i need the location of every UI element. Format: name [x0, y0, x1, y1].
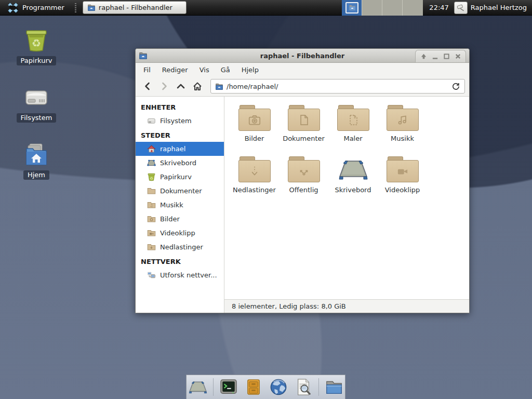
desktop-icon-label: Filsystem [17, 113, 57, 123]
top-panel: Programmer raphael - Filbehandler [0, 0, 532, 16]
sidebar-item-label: Dokumenter [160, 187, 202, 195]
user-name-label[interactable]: Raphael Hertzog [471, 4, 532, 11]
sidebar-item-label: Skrivebord [160, 159, 196, 167]
file-manager-launcher[interactable] [324, 377, 344, 397]
chevron-left-icon [143, 82, 152, 91]
file-manager-window: raphael - Filbehandler Fil Rediger Vis [135, 48, 470, 313]
file-offentlig[interactable]: Offentlig [279, 156, 328, 208]
file-musikk[interactable]: Musikk [378, 105, 427, 156]
menu-fil[interactable]: Fil [138, 64, 156, 76]
sidebar-item-label: raphael [160, 145, 185, 153]
web-browser-launcher[interactable] [269, 377, 288, 397]
file-dokumenter[interactable]: Dokumenter [279, 105, 328, 156]
home-folder-icon [23, 141, 49, 167]
show-desktop-button[interactable] [188, 377, 208, 397]
file-label: Skrivebord [335, 186, 371, 194]
terminal-launcher[interactable] [219, 377, 238, 397]
folder-icon [288, 156, 320, 182]
maximize-button[interactable] [442, 52, 451, 61]
sidebar-item-raphael[interactable]: raphael [136, 142, 224, 156]
sidebar-item-label: Nedlastinger [160, 243, 203, 251]
document-emblem-icon [297, 113, 311, 127]
file-nedlastinger[interactable]: Nedlastinger [230, 156, 279, 208]
sidebar-item-papirkurv[interactable]: ♻ Papirkurv [136, 170, 224, 184]
up-button[interactable] [173, 79, 189, 94]
file-cabinet-launcher[interactable] [244, 377, 263, 397]
file-icon-view[interactable]: Bilder Dokumenter [224, 97, 469, 299]
home-icon [192, 81, 203, 91]
sidebar-item-videoklipp[interactable]: Videoklipp [136, 226, 224, 240]
search-launcher[interactable] [294, 377, 313, 397]
workspace-2[interactable] [362, 0, 382, 16]
clock[interactable]: 22:47 [423, 4, 454, 11]
file-bilder[interactable]: Bilder [230, 105, 279, 156]
file-label: Maler [343, 135, 362, 142]
menu-hjelp[interactable]: Hjelp [236, 64, 264, 76]
menubar: Fil Rediger Vis Gå Hjelp [136, 63, 469, 76]
file-skrivebord[interactable]: Skrivebord [328, 156, 378, 208]
forward-button[interactable] [156, 79, 172, 94]
sidebar-item-musikk[interactable]: ♫ Musikk [136, 198, 224, 212]
titlebar[interactable]: raphael - Filbehandler [136, 49, 469, 63]
video-emblem-icon [395, 164, 410, 179]
menu-vis[interactable]: Vis [194, 64, 215, 76]
sidebar-item-skrivebord[interactable]: Skrivebord [136, 156, 224, 170]
file-manager-icon [87, 4, 96, 11]
desktop-icon-trash[interactable]: ♻ Papirkurv [11, 27, 61, 65]
path-text[interactable]: /home/raphael/ [227, 83, 448, 90]
svg-text:♫: ♫ [150, 204, 153, 208]
toolbar: /home/raphael/ [136, 76, 469, 97]
shade-button[interactable] [419, 52, 428, 61]
sidebar-item-network[interactable]: Utforsk nettver... [136, 268, 224, 282]
workspace-pager [342, 0, 423, 16]
desktop-icon-filesystem[interactable]: Filsystem [11, 84, 61, 123]
statusbar: 8 ielementer, Ledig plass: 8,0 GiB [224, 299, 469, 313]
workspace-1[interactable] [342, 0, 362, 16]
close-button[interactable] [453, 52, 462, 61]
minimize-button[interactable] [430, 52, 440, 61]
sidebar-item-label: Bilder [160, 215, 180, 223]
location-bar[interactable]: /home/raphael/ [210, 79, 465, 94]
back-button[interactable] [140, 79, 155, 94]
sidebar-header-network: NETTVERK [136, 254, 224, 268]
taskbar-window-label: raphael - Filbehandler [99, 4, 172, 11]
workspace-3[interactable] [382, 0, 403, 16]
search-document-icon [295, 378, 312, 396]
home-button[interactable] [190, 79, 205, 94]
menu-ga[interactable]: Gå [215, 64, 236, 76]
file-videoklipp[interactable]: Videoklipp [378, 156, 427, 208]
taskbar-window-button[interactable]: raphael - Filbehandler [83, 1, 187, 14]
home-icon [147, 144, 156, 153]
folder-icon [288, 105, 320, 131]
dock-separator [213, 378, 214, 396]
file-maler[interactable]: Maler [328, 105, 378, 156]
sidebar-item-nedlastinger[interactable]: Nedlastinger [136, 240, 224, 254]
menu-rediger[interactable]: Rediger [156, 64, 194, 76]
reload-icon[interactable] [451, 82, 460, 91]
chevron-right-icon [159, 82, 169, 91]
sidebar-item-dokumenter[interactable]: Dokumenter [136, 184, 224, 198]
xfce-logo-icon [7, 2, 19, 14]
camera-emblem-icon [247, 113, 262, 127]
desktop-icon [337, 156, 369, 182]
sidebar-item-label: Filsystem [160, 117, 192, 125]
sidebar-item-filsystem[interactable]: Filsystem [136, 114, 224, 128]
sidebar-item-label: Papirkurv [160, 173, 192, 181]
globe-icon [270, 378, 287, 396]
hard-drive-icon [147, 116, 156, 125]
trash-icon: ♻ [147, 172, 156, 181]
sidebar-item-bilder[interactable]: Bilder [136, 212, 224, 226]
desktop-icon-label: Hjem [23, 170, 49, 180]
music-emblem-icon [395, 113, 410, 127]
download-emblem-icon [247, 164, 262, 179]
session-action-button[interactable] [454, 2, 468, 14]
network-icon [147, 271, 156, 280]
template-emblem-icon [346, 113, 361, 127]
file-label: Nedlastinger [233, 186, 276, 194]
workspace-4[interactable] [403, 0, 423, 16]
desktop-icon-home[interactable]: Hjem [11, 141, 61, 180]
applications-menu-button[interactable]: Programmer [4, 1, 68, 15]
folder-icon [387, 105, 419, 131]
sidebar: ENHETER Filsystem STEDER raphael [136, 97, 224, 313]
sidebar-header-places: STEDER [136, 128, 224, 142]
